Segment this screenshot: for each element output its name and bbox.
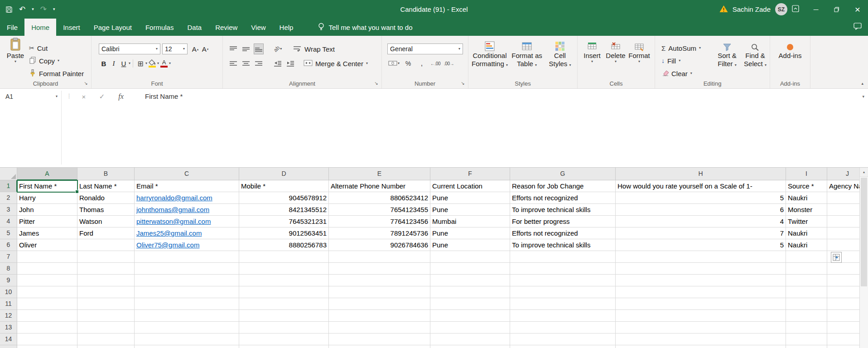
bold-button[interactable]: B bbox=[99, 58, 109, 69]
vertical-scrollbar[interactable]: ▴ bbox=[859, 168, 868, 348]
row-header-6[interactable]: 6 bbox=[0, 239, 17, 251]
font-color-button[interactable]: A bbox=[159, 58, 169, 69]
cell-G8[interactable] bbox=[510, 263, 616, 275]
cell-E14[interactable] bbox=[329, 334, 430, 345]
tab-view[interactable]: View bbox=[244, 19, 272, 36]
cell-B6[interactable] bbox=[77, 239, 135, 251]
minimize-button[interactable]: ─ bbox=[805, 0, 826, 19]
ribbon-display-options-icon[interactable] bbox=[792, 5, 799, 14]
align-middle-icon[interactable] bbox=[241, 44, 251, 54]
cell-F6[interactable]: Pune bbox=[430, 239, 510, 251]
align-bottom-icon[interactable] bbox=[254, 44, 264, 54]
tab-review[interactable]: Review bbox=[208, 19, 244, 36]
cell-I11[interactable] bbox=[786, 298, 827, 310]
cell-C7[interactable] bbox=[135, 251, 239, 263]
formula-bar-resize-handle[interactable]: ⋮ bbox=[66, 92, 72, 99]
cell-I4[interactable]: Twitter bbox=[786, 216, 827, 227]
avatar[interactable]: SZ bbox=[775, 3, 787, 15]
row-header-15[interactable]: 15 bbox=[0, 345, 17, 348]
conditional-formatting-button[interactable]: Conditional Formatting ▾ bbox=[471, 38, 508, 68]
cell-F7[interactable] bbox=[430, 251, 510, 263]
percent-style-icon[interactable]: % bbox=[403, 58, 413, 69]
cell-A10[interactable] bbox=[17, 286, 77, 298]
cell-D13[interactable] bbox=[239, 322, 329, 334]
column-header-A[interactable]: A bbox=[17, 168, 77, 180]
underline-dropdown-icon[interactable]: ▾ bbox=[129, 62, 130, 65]
row-header-14[interactable]: 14 bbox=[0, 334, 17, 345]
cell-B1[interactable]: Last Name * bbox=[77, 180, 135, 192]
format-painter-button[interactable]: Format Painter bbox=[29, 68, 84, 79]
orientation-button[interactable]: ab ▾ bbox=[273, 44, 283, 54]
row-header-7[interactable]: 7 bbox=[0, 251, 17, 263]
cell-D5[interactable]: 9012563451 bbox=[239, 227, 329, 239]
cell-B14[interactable] bbox=[77, 334, 135, 345]
cell-B3[interactable]: Thomas bbox=[77, 204, 135, 216]
name-box[interactable]: A1 ▾ bbox=[0, 89, 61, 104]
cell-F2[interactable]: Pune bbox=[430, 192, 510, 204]
cell-A11[interactable] bbox=[17, 298, 77, 310]
cell-B11[interactable] bbox=[77, 298, 135, 310]
cell-H3[interactable]: 6 bbox=[616, 204, 786, 216]
clear-button[interactable]: Clear ▾ bbox=[661, 68, 701, 79]
cell-G10[interactable] bbox=[510, 286, 616, 298]
cell-E6[interactable]: 9026784636 bbox=[329, 239, 430, 251]
cell-E1[interactable]: Alternate Phone Number bbox=[329, 180, 430, 192]
cell-E3[interactable]: 7654123455 bbox=[329, 204, 430, 216]
cell-I15[interactable] bbox=[786, 345, 827, 348]
cell-B2[interactable]: Ronaldo bbox=[77, 192, 135, 204]
increase-font-size-button[interactable]: A▴ bbox=[190, 44, 200, 54]
cell-F3[interactable]: Pune bbox=[430, 204, 510, 216]
cell-G2[interactable]: Efforts not recognized bbox=[510, 192, 616, 204]
cell-D6[interactable]: 8880256783 bbox=[239, 239, 329, 251]
number-format-combo[interactable]: General ▾ bbox=[387, 44, 463, 54]
cell-I5[interactable]: Naukri bbox=[786, 227, 827, 239]
row-header-12[interactable]: 12 bbox=[0, 310, 17, 322]
cell-C14[interactable] bbox=[135, 334, 239, 345]
row-header-9[interactable]: 9 bbox=[0, 275, 17, 286]
scroll-up-icon[interactable]: ▴ bbox=[860, 168, 868, 177]
cell-C13[interactable] bbox=[135, 322, 239, 334]
cell-D10[interactable] bbox=[239, 286, 329, 298]
cell-B9[interactable] bbox=[77, 275, 135, 286]
cell-A2[interactable]: Harry bbox=[17, 192, 77, 204]
row-header-3[interactable]: 3 bbox=[0, 204, 17, 216]
fill-color-button[interactable] bbox=[147, 58, 157, 69]
cell-A13[interactable] bbox=[17, 322, 77, 334]
cell-G15[interactable] bbox=[510, 345, 616, 348]
cell-F14[interactable] bbox=[430, 334, 510, 345]
tab-data[interactable]: Data bbox=[180, 19, 208, 36]
cell-I12[interactable] bbox=[786, 310, 827, 322]
cell-H5[interactable]: 7 bbox=[616, 227, 786, 239]
cell-A6[interactable]: Oliver bbox=[17, 239, 77, 251]
cell-A12[interactable] bbox=[17, 310, 77, 322]
number-dialog-launcher-icon[interactable]: ↘ bbox=[459, 80, 466, 87]
format-cells-button[interactable]: Format ▾ bbox=[628, 38, 650, 63]
font-color-dropdown-icon[interactable]: ▾ bbox=[169, 62, 171, 65]
cell-G11[interactable] bbox=[510, 298, 616, 310]
column-header-D[interactable]: D bbox=[239, 168, 329, 180]
cell-G3[interactable]: To improve technical skills bbox=[510, 204, 616, 216]
cell-D2[interactable]: 9045678912 bbox=[239, 192, 329, 204]
cell-F1[interactable]: Current Location bbox=[430, 180, 510, 192]
row-header-10[interactable]: 10 bbox=[0, 286, 17, 298]
cell-B5[interactable]: Ford bbox=[77, 227, 135, 239]
row-header-8[interactable]: 8 bbox=[0, 263, 17, 275]
insert-cells-button[interactable]: Insert ▾ bbox=[581, 38, 603, 63]
cell-C6[interactable]: Oliver75@gmail.com bbox=[135, 239, 239, 251]
tab-file[interactable]: File bbox=[0, 19, 24, 36]
cell-H6[interactable]: 5 bbox=[616, 239, 786, 251]
tell-me-box[interactable]: Tell me what you want to do bbox=[318, 19, 412, 36]
cell-C4[interactable]: pitterwatson@gmail.com bbox=[135, 216, 239, 227]
cell-C3[interactable]: johnthomas@gmail.com bbox=[135, 204, 239, 216]
tab-formulas[interactable]: Formulas bbox=[139, 19, 181, 36]
align-left-icon[interactable] bbox=[228, 58, 238, 69]
cell-E15[interactable] bbox=[329, 345, 430, 348]
cell-D12[interactable] bbox=[239, 310, 329, 322]
cell-B8[interactable] bbox=[77, 263, 135, 275]
column-header-F[interactable]: F bbox=[430, 168, 510, 180]
cell-H4[interactable]: 4 bbox=[616, 216, 786, 227]
cell-A15[interactable] bbox=[17, 345, 77, 348]
cell-F4[interactable]: Mumbai bbox=[430, 216, 510, 227]
italic-button[interactable]: I bbox=[109, 58, 119, 69]
cell-E2[interactable]: 8806523412 bbox=[329, 192, 430, 204]
